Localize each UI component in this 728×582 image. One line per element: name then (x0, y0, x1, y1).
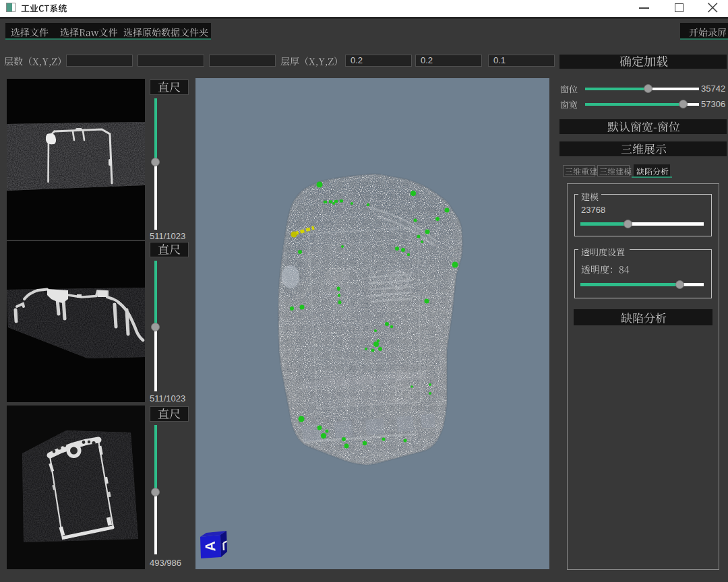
svg-text:A: A (202, 541, 218, 552)
